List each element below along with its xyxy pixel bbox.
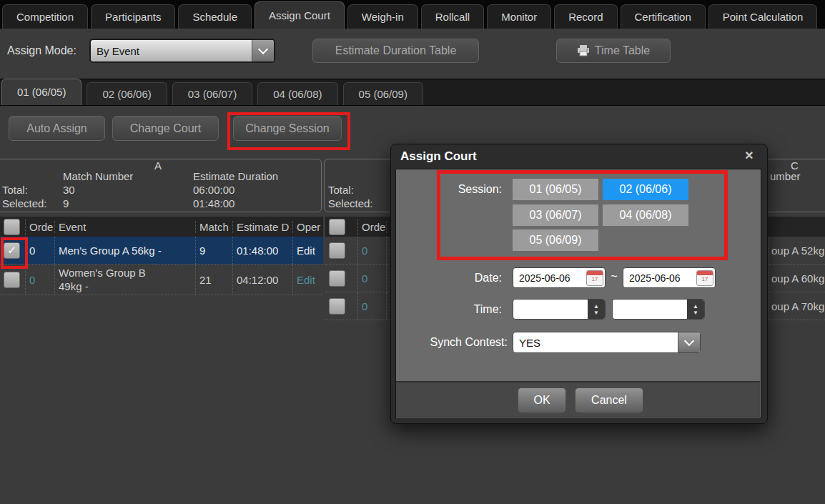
row-order: 0 xyxy=(358,237,387,264)
assign-mode-select[interactable]: By Event xyxy=(89,39,275,63)
change-session-button[interactable]: Change Session xyxy=(233,116,342,141)
chevron-down-icon xyxy=(258,44,268,54)
column-match: Match xyxy=(196,221,233,233)
cancel-button[interactable]: Cancel xyxy=(575,387,643,413)
spinner-up-icon[interactable]: ▲ xyxy=(593,303,599,310)
selected-label: Selected: xyxy=(328,197,373,209)
row-match: 21 xyxy=(196,265,233,295)
table-row[interactable]: oup A 60kg xyxy=(769,265,825,292)
assign-mode-value: By Event xyxy=(91,45,252,57)
row-order: 0 xyxy=(358,292,387,320)
column-estimate: Estimate D xyxy=(233,221,293,233)
table-row[interactable]: oup A 52kg xyxy=(769,237,825,265)
synch-contest-select[interactable]: YES xyxy=(513,332,701,353)
edit-link[interactable]: Edit xyxy=(293,237,323,264)
selected-matches: 9 xyxy=(63,197,69,209)
ok-button[interactable]: OK xyxy=(518,387,566,413)
row-order: 0 xyxy=(26,265,55,295)
table-row[interactable]: ✓ 0 Men's Group A 56kg - 9 01:48:00 Edit xyxy=(0,237,323,265)
spinner-down-icon[interactable]: ▼ xyxy=(693,310,698,316)
estimate-duration-column-label: Estimate Duration xyxy=(193,170,278,182)
row-checkbox[interactable] xyxy=(329,298,345,315)
chevron-down-icon xyxy=(684,336,694,346)
check-icon: ✓ xyxy=(7,244,16,257)
session-label: Session: xyxy=(393,183,502,196)
assign-mode-dropdown-button[interactable] xyxy=(252,40,274,61)
session-tab-03[interactable]: 03 (06/07) xyxy=(172,82,252,105)
tab-point-calculation[interactable]: Point Calculation xyxy=(708,4,818,29)
tab-monitor[interactable]: Monitor xyxy=(487,4,551,29)
row-event: Men's Group A 56kg - xyxy=(55,237,196,264)
row-checkbox-checked[interactable]: ✓ xyxy=(4,242,20,259)
court-a-label: A xyxy=(154,159,162,172)
total-label: Total: xyxy=(2,184,28,196)
session-tab-05[interactable]: 05 (06/09) xyxy=(343,82,423,105)
select-all-checkbox[interactable] xyxy=(4,219,20,235)
dialog-session-04[interactable]: 04 (06/08) xyxy=(603,204,688,226)
tab-assign-court[interactable]: Assign Court xyxy=(255,1,345,29)
row-estimate: 01:48:00 xyxy=(233,237,293,264)
session-tab-01[interactable]: 01 (06/05) xyxy=(1,79,81,105)
tab-participants[interactable]: Participants xyxy=(91,4,175,29)
time-from-input[interactable]: ▲▼ xyxy=(513,299,606,320)
match-number-column-label-fragment: umber xyxy=(770,170,801,182)
session-tab-02[interactable]: 02 (06/06) xyxy=(87,82,167,105)
time-spinner[interactable]: ▲▼ xyxy=(588,300,605,319)
session-tab-strip: 01 (06/05) 02 (06/06) 03 (06/07) 04 (06/… xyxy=(0,79,825,106)
court-c-table: oup A 52kg oup A 60kg oup A 70kg xyxy=(769,237,825,320)
total-label: Total: xyxy=(328,184,354,196)
total-duration: 06:00:00 xyxy=(193,184,234,196)
date-to-input[interactable]: 2025-06-06 xyxy=(623,267,716,288)
close-icon[interactable]: × xyxy=(745,148,754,162)
table-row[interactable]: 0 Women's Group B 49kg - 21 04:12:00 Edi… xyxy=(0,265,323,295)
change-court-button[interactable]: Change Court xyxy=(112,116,219,141)
column-order: Orde xyxy=(358,221,387,233)
dialog-session-02-selected[interactable]: 02 (06/06) xyxy=(603,179,688,200)
estimate-duration-table-button[interactable]: Estimate Duration Table xyxy=(312,39,479,63)
date-to-value: 2025-06-06 xyxy=(623,272,696,284)
match-number-column-label: Match Number xyxy=(63,170,133,182)
dialog-session-05[interactable]: 05 (06/09) xyxy=(513,229,598,251)
court-a-table: Orde Event Match Estimate D Oper ✓ 0 Men… xyxy=(0,217,323,295)
calendar-icon[interactable] xyxy=(586,270,603,286)
time-to-input[interactable]: ▲▼ xyxy=(612,299,705,320)
assign-mode-label: Assign Mode: xyxy=(7,44,76,57)
spinner-down-icon[interactable]: ▼ xyxy=(593,310,599,316)
tab-record[interactable]: Record xyxy=(554,4,617,29)
synch-dropdown-button[interactable] xyxy=(678,332,700,352)
row-match: 9 xyxy=(196,237,233,264)
column-oper: Oper xyxy=(293,221,323,233)
tab-competition[interactable]: Competition xyxy=(2,4,88,29)
main-nav: Competition Participants Schedule Assign… xyxy=(0,0,825,29)
row-order: 0 xyxy=(26,237,55,264)
time-table-button[interactable]: Time Table xyxy=(556,39,671,63)
tab-rollcall[interactable]: Rollcall xyxy=(421,4,484,29)
date-label: Date: xyxy=(393,272,502,285)
table-row[interactable]: oup A 70kg xyxy=(769,292,825,320)
row-order: 0 xyxy=(358,265,387,292)
session-tab-04[interactable]: 04 (06/08) xyxy=(257,82,337,105)
dialog-title: Assign Court xyxy=(400,149,477,164)
date-range-separator: ~ xyxy=(609,270,619,283)
select-all-checkbox[interactable] xyxy=(329,219,345,235)
dialog-session-03[interactable]: 03 (06/07) xyxy=(513,204,598,226)
spinner-up-icon[interactable]: ▲ xyxy=(693,303,698,310)
date-from-input[interactable]: 2025-06-06 xyxy=(513,267,606,288)
calendar-icon[interactable] xyxy=(696,270,713,286)
time-spinner[interactable]: ▲▼ xyxy=(687,300,704,319)
auto-assign-button[interactable]: Auto Assign xyxy=(9,116,105,141)
edit-link[interactable]: Edit xyxy=(293,265,323,295)
tab-certification[interactable]: Certification xyxy=(621,4,706,29)
tab-weigh-in[interactable]: Weigh-in xyxy=(347,4,418,29)
row-checkbox[interactable] xyxy=(329,242,345,259)
tab-schedule[interactable]: Schedule xyxy=(178,4,252,29)
court-a-header-row: Orde Event Match Estimate D Oper xyxy=(0,217,323,237)
dialog-session-01[interactable]: 01 (06/05) xyxy=(513,179,598,200)
row-event: oup A 52kg xyxy=(771,244,824,257)
row-event: oup A 70kg xyxy=(771,300,824,312)
row-checkbox[interactable] xyxy=(329,270,345,287)
row-checkbox[interactable] xyxy=(4,272,20,288)
synch-contest-label: Synch Contest: xyxy=(393,336,508,349)
app-window: Competition Participants Schedule Assign… xyxy=(0,0,825,504)
printer-icon xyxy=(577,45,590,56)
